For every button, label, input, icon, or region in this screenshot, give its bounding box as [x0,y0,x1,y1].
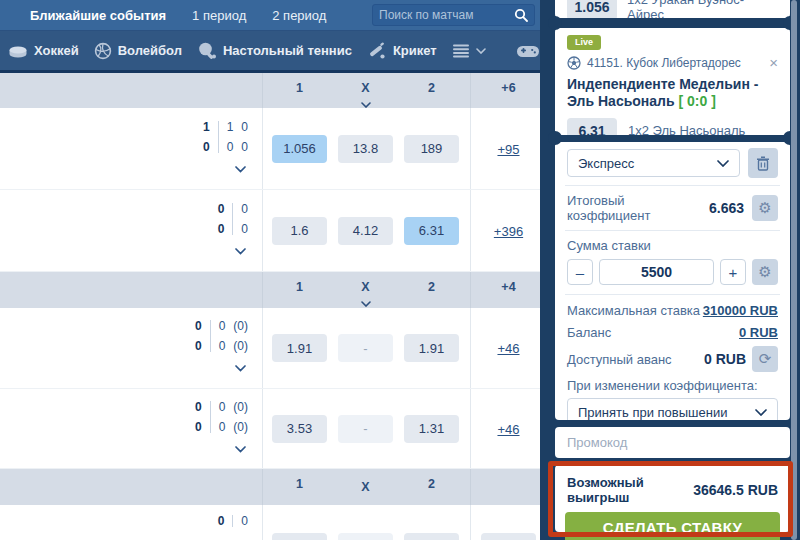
odds-header: 1 X 2 [0,469,540,505]
sport-label: Настольный теннис [223,43,352,58]
ticket-notch [548,16,562,30]
col-more: +4 [481,280,536,294]
hamburger-menu-icon [452,44,470,58]
odds-table: 1 X 2 +6 10 10 00 [0,73,540,540]
tab-upcoming-events[interactable]: Ближайшие события [30,8,166,23]
stake-settings-button[interactable]: ⚙ [752,259,778,285]
promo-card [555,427,790,458]
betslip-item-previous: 1.056 1x2 Уракан Буэнос-Айрес [555,0,790,18]
sidebar-scrollbar[interactable] [791,0,797,540]
close-icon[interactable]: × [769,55,778,70]
divider [470,389,471,468]
coef-change-label: При изменении коэффициента: [567,378,778,393]
odd-cell[interactable] [338,533,393,540]
col-2: 2 [404,280,459,294]
gear-icon: ⚙ [758,263,771,281]
divider [470,73,471,108]
promo-code-input[interactable] [567,435,778,450]
divider [262,308,263,388]
col-1: 1 [272,477,327,491]
odd-cell[interactable] [481,533,536,540]
refresh-icon: ⟳ [759,350,772,368]
total-coefficient-label: Итоговый коэффициент [567,193,701,223]
col-1: 1 [272,280,327,294]
more-bets-link[interactable]: +396 [494,224,523,239]
col-2: 2 [404,81,459,95]
ticket-notch [548,131,562,145]
col-x[interactable]: X [338,81,393,95]
refresh-advance-button[interactable]: ⟳ [752,346,778,372]
divider [262,108,263,189]
expand-row-chevron-icon[interactable] [235,358,246,376]
betslip-sidebar: 1.056 1x2 Уракан Буэнос-Айрес Live 41151… [540,0,800,540]
odd-cell[interactable] [272,533,327,540]
more-bets-link[interactable]: +46 [497,422,519,437]
divider [262,389,263,468]
col-x[interactable]: X [338,280,393,294]
odd-cell[interactable]: 1.31 [404,415,459,443]
odd-cell[interactable] [404,533,459,540]
chevron-down-icon [717,160,729,167]
expand-row-chevron-icon[interactable] [235,159,246,177]
sport-hockey[interactable]: Хоккей [8,42,79,60]
more-bets-link[interactable]: +95 [497,142,519,157]
divider [262,190,263,271]
expand-row-chevron-icon[interactable] [235,439,246,457]
odd-cell-selected[interactable]: 1.056 [272,135,327,163]
col-more: +6 [481,81,536,95]
more-bets-link[interactable]: +46 [497,341,519,356]
max-stake-label: Максимальная ставка [567,303,703,318]
tab-period-2[interactable]: 2 период [272,8,326,23]
sport-volleyball[interactable]: Волейбол [94,42,182,60]
odd-cell[interactable]: 189 [404,135,459,163]
search-icon[interactable] [514,8,528,22]
odd-cell[interactable]: 1.6 [272,217,327,245]
stake-minus-button[interactable]: – [567,259,593,285]
sport-label: Волейбол [118,43,182,58]
divider [470,108,471,189]
possible-win-label: Возможный выигрыш [567,475,693,505]
odd-cell[interactable]: 4.12 [338,217,393,245]
divider [262,272,263,308]
gamepad-icon [516,43,540,59]
soccer-ball-icon [567,56,581,70]
tab-period-1[interactable]: 1 период [192,8,246,23]
coefficient-settings-button[interactable]: ⚙ [752,195,778,221]
delete-betslip-button[interactable] [748,148,778,178]
search-input[interactable] [379,8,514,22]
table-tennis-icon [197,41,217,60]
bet-type-select[interactable]: Экспресс [567,149,740,177]
match-row: 10 10 00 1.056 13.8 189 +95 [0,108,540,190]
odd-cell[interactable]: 13.8 [338,135,393,163]
sport-table-tennis[interactable]: Настольный теннис [197,41,352,60]
expand-row-chevron-icon[interactable] [235,241,246,259]
betting-app: Ближайшие события 1 период 2 период Хокк… [0,0,800,540]
stake-plus-button[interactable]: + [720,259,746,285]
place-bet-button[interactable]: СДЕЛАТЬ СТАВКУ [565,512,780,540]
sport-label: Крикет [393,43,437,58]
more-sports-menu[interactable] [452,44,486,58]
divider [565,230,780,231]
coef-change-select[interactable]: Принять при повышении [567,398,778,420]
odd-cell[interactable]: 1.91 [272,334,327,362]
live-badge: Live [567,35,601,50]
main-area: Ближайшие события 1 период 2 период Хокк… [0,0,540,540]
odd-cell-selected[interactable]: 6.31 [404,217,459,245]
divider [565,185,780,186]
league-name: 41151. Кубок Либертадорес [587,56,741,70]
col-2: 2 [404,477,459,491]
divider [470,190,471,271]
max-stake-link[interactable]: 310000 RUB [703,303,778,318]
stake-input[interactable] [599,259,714,285]
match-score: 10 10 00 [203,108,248,189]
sport-cricket[interactable]: Крикет [367,41,437,60]
total-coefficient-value: 6.663 [709,200,744,216]
odd-cell[interactable]: 1.91 [404,334,459,362]
search-box[interactable] [372,4,535,26]
cricket-bat-icon [367,41,387,60]
odd-cell[interactable]: 3.53 [272,415,327,443]
divider [470,469,471,505]
balance-link[interactable]: 0 RUB [739,325,778,340]
stake-stepper: – + ⚙ [567,259,778,285]
odd-cell-empty: - [338,334,393,362]
